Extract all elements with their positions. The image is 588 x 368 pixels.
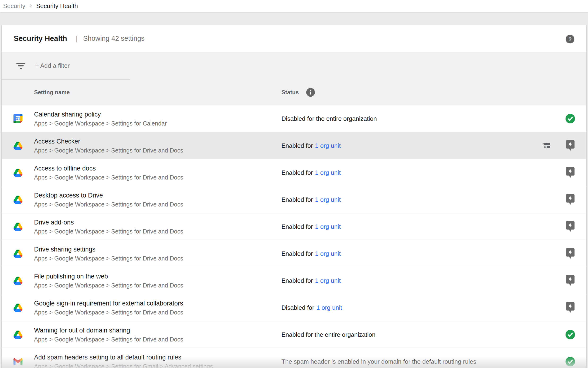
app-icon: [13, 276, 22, 285]
breadcrumb-current: Security Health: [36, 2, 78, 10]
setting-status: Enabled for 1 org unit: [281, 277, 341, 284]
app-icon: [13, 331, 22, 339]
setting-path: Apps > Google Workspace > Settings for D…: [34, 173, 183, 181]
setting-path: Apps > Google Workspace > Settings for D…: [34, 200, 183, 208]
org-unit-link[interactable]: 1 org unit: [315, 223, 341, 230]
status-indicator: [565, 167, 576, 178]
google-drive-icon: [13, 169, 22, 177]
org-unit-link[interactable]: 1 org unit: [315, 250, 341, 257]
org-unit-link[interactable]: 1 org unit: [315, 142, 341, 149]
column-status-label: Status: [281, 89, 299, 96]
setting-title: Google sign-in requirement for external …: [34, 299, 183, 307]
recommendation-icon[interactable]: [566, 275, 575, 286]
setting-path: Apps > Google Workspace > Settings for D…: [34, 227, 183, 235]
setting-row[interactable]: Drive sharing settings Apps > Google Wor…: [2, 240, 586, 267]
setting-text: Google sign-in requirement for external …: [34, 299, 183, 316]
google-drive-icon: [13, 276, 22, 285]
setting-row[interactable]: Google sign-in requirement for external …: [2, 294, 586, 321]
google-drive-icon: [13, 142, 22, 150]
org-unit-link[interactable]: 1 org unit: [316, 304, 342, 311]
app-icon: [13, 358, 22, 365]
setting-path: Apps > Google Workspace > Settings for D…: [34, 281, 183, 289]
status-text: Enabled for: [281, 196, 313, 203]
settings-list: 31 Calendar sharing policy Apps > Google…: [2, 105, 586, 368]
status-ok-icon: [565, 330, 575, 340]
google-drive-icon: [13, 196, 22, 204]
status-text: The spam header is enabled in your domai…: [281, 358, 476, 365]
setting-text: Add spam headers setting to all default …: [34, 353, 213, 368]
org-unit-link[interactable]: 1 org unit: [315, 277, 341, 284]
setting-status: Disabled for 1 org unit: [281, 304, 342, 311]
breadcrumb: Security Security Health: [0, 0, 588, 12]
setting-path: Apps > Google Workspace > Settings for D…: [34, 146, 183, 154]
setting-row[interactable]: Warning for out of domain sharing Apps >…: [2, 321, 586, 348]
recommendation-icon[interactable]: [566, 221, 575, 232]
setting-row[interactable]: Access Checker Apps > Google Workspace >…: [2, 132, 586, 159]
column-setting-name: Setting name: [34, 89, 70, 96]
filter-bar: + Add a filter: [2, 52, 586, 80]
setting-text: Desktop access to Drive Apps > Google Wo…: [34, 191, 183, 208]
security-health-panel: Security Health | Showing 42 settings ? …: [2, 25, 586, 368]
gmail-icon: [13, 358, 22, 365]
setting-text: Warning for out of domain sharing Apps >…: [34, 326, 183, 343]
svg-text:31: 31: [16, 116, 20, 121]
google-drive-icon: [13, 250, 22, 258]
status-indicator: [565, 302, 576, 313]
setting-status: Enabled for 1 org unit: [281, 196, 341, 203]
setting-row[interactable]: Add spam headers setting to all default …: [2, 348, 586, 368]
info-icon[interactable]: [306, 88, 315, 97]
setting-row[interactable]: Drive add-ons Apps > Google Workspace > …: [2, 213, 586, 240]
app-icon: [13, 304, 22, 312]
help-icon[interactable]: ?: [565, 34, 575, 44]
status-indicator: [565, 248, 576, 259]
setting-title: Warning for out of domain sharing: [34, 326, 183, 334]
setting-path: Apps > Google Workspace > Settings for D…: [34, 308, 183, 316]
setting-row[interactable]: 31 Calendar sharing policy Apps > Google…: [2, 105, 586, 132]
setting-path: Apps > Google Workspace > Settings for C…: [34, 119, 167, 127]
setting-path: Apps > Google Workspace > Settings for D…: [34, 335, 183, 343]
setting-text: Drive sharing settings Apps > Google Wor…: [34, 245, 183, 262]
status-ok-icon: [565, 114, 575, 124]
title-separator: |: [76, 35, 78, 43]
app-icon: [13, 250, 22, 258]
breadcrumb-parent-link[interactable]: Security: [3, 2, 25, 10]
status-indicator: [565, 357, 576, 367]
setting-status: Disabled for the entire organization: [281, 115, 377, 122]
setting-title: Add spam headers setting to all default …: [34, 353, 213, 361]
page-title: Security Health: [14, 34, 67, 43]
setting-text: Access Checker Apps > Google Workspace >…: [34, 137, 183, 154]
setting-status: Enabled for the entire organization: [281, 331, 376, 338]
recommendation-icon[interactable]: [566, 140, 575, 151]
status-text: Enabled for: [281, 277, 313, 284]
app-icon: 31: [13, 114, 22, 123]
status-text: Enabled for: [281, 250, 313, 257]
recommendation-icon[interactable]: [566, 194, 575, 205]
status-text: Enabled for the entire organization: [281, 331, 376, 338]
recommendation-icon[interactable]: [566, 302, 575, 313]
org-unit-link[interactable]: 1 org unit: [315, 196, 341, 203]
recommendation-icon[interactable]: [566, 248, 575, 259]
app-icon: [13, 223, 22, 231]
setting-row[interactable]: Desktop access to Drive Apps > Google Wo…: [2, 186, 586, 213]
status-indicator: [565, 330, 576, 340]
google-drive-icon: [13, 223, 22, 231]
column-status: Status: [281, 88, 315, 97]
setting-path: Apps > Google Workspace > Settings for D…: [34, 254, 183, 262]
svg-text:?: ?: [568, 36, 572, 42]
table-header-band: + Add a filter Setting name Status: [2, 52, 586, 105]
status-indicator: [565, 114, 576, 124]
chevron-right-icon: [28, 3, 34, 9]
google-drive-icon: [13, 304, 22, 312]
status-text: Disabled for: [281, 304, 314, 311]
setting-row[interactable]: File publishing on the web Apps > Google…: [2, 267, 586, 294]
add-filter-button[interactable]: + Add a filter: [35, 62, 70, 69]
status-indicator: [565, 275, 576, 286]
setting-row[interactable]: Access to offline docs Apps > Google Wor…: [2, 159, 586, 186]
recommendation-icon[interactable]: [566, 167, 575, 178]
status-indicator: [565, 221, 576, 232]
status-ok-icon: [565, 357, 575, 367]
status-text: Enabled for: [281, 223, 313, 230]
org-unit-link[interactable]: 1 org unit: [315, 169, 341, 176]
setting-text: Calendar sharing policy Apps > Google Wo…: [34, 110, 167, 127]
org-units-icon: [543, 143, 551, 148]
